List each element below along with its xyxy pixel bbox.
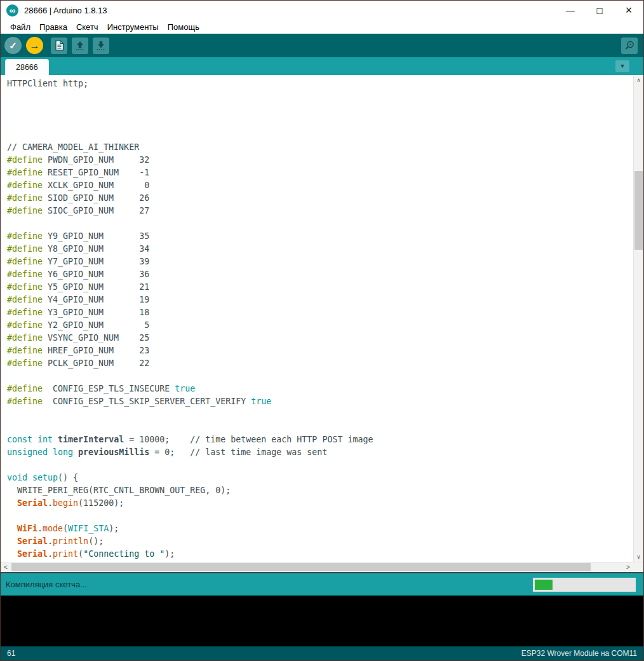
menu-item-Правка[interactable]: Правка [35, 21, 72, 33]
code-line[interactable] [7, 370, 633, 383]
code-line[interactable] [7, 408, 633, 421]
code-line[interactable]: // CAMERA_MODEL_AI_THINKER [7, 141, 633, 154]
horizontal-scrollbar[interactable]: < > [1, 562, 643, 572]
compile-progress-bar [533, 578, 636, 592]
code-line[interactable] [7, 217, 633, 230]
code-line[interactable]: #define Y8_GPIO_NUM 34 [7, 243, 633, 256]
board-port-info: ESP32 Wrover Module на COM11 [521, 649, 637, 658]
toolbar: ✓ → [1, 34, 643, 57]
new-sketch-button[interactable] [51, 37, 67, 54]
status-message: Компиляция скетча... [6, 580, 87, 589]
code-line[interactable]: #define CONFIG_ESP_TLS_SKIP_SERVER_CERT_… [7, 395, 633, 408]
code-line[interactable]: HTTPClient http; [7, 78, 633, 90]
title-bar: ∞ 28666 | Arduino 1.8.13 — □ × [1, 1, 643, 20]
vertical-scrollbar[interactable]: ∧ ∨ [633, 75, 643, 562]
save-button[interactable] [93, 37, 109, 54]
serial-monitor-button[interactable] [621, 37, 638, 54]
code-line[interactable]: WRITE_PERI_REG(RTC_CNTL_BROWN_OUT_REG, 0… [7, 484, 633, 497]
status-bar: Компиляция скетча... [1, 572, 643, 596]
right-arrow-icon: → [30, 40, 40, 51]
code-line[interactable] [7, 103, 633, 116]
editor: HTTPClient http;// CAMERA_MODEL_AI_THINK… [1, 75, 643, 562]
arduino-infinity-icon: ∞ [6, 4, 18, 17]
code-line[interactable] [7, 459, 633, 472]
code-line[interactable]: WiFi.mode(WIFI_STA); [7, 522, 633, 535]
magnifier-icon [624, 40, 635, 51]
code-line[interactable] [7, 90, 633, 103]
vertical-scroll-thumb[interactable] [634, 171, 643, 250]
code-area[interactable]: HTTPClient http;// CAMERA_MODEL_AI_THINK… [1, 75, 633, 562]
scroll-up-icon[interactable]: ∧ [634, 75, 643, 85]
code-line[interactable] [7, 421, 633, 433]
cursor-line-number: 61 [7, 649, 15, 658]
tab-label: 28666 [16, 63, 38, 72]
code-line[interactable] [7, 116, 633, 128]
code-line[interactable]: #define PWDN_GPIO_NUM 32 [7, 154, 633, 167]
check-icon: ✓ [9, 40, 17, 51]
code-line[interactable]: #define HREF_GPIO_NUM 23 [7, 344, 633, 357]
close-button[interactable]: × [614, 1, 643, 20]
arrow-down-icon [96, 41, 106, 51]
code-line[interactable]: #define SIOC_GPIO_NUM 27 [7, 205, 633, 217]
code-line[interactable]: #define RESET_GPIO_NUM -1 [7, 167, 633, 179]
code-line[interactable] [7, 510, 633, 522]
window-title: 28666 | Arduino 1.8.13 [24, 6, 107, 15]
open-button[interactable] [72, 37, 88, 54]
chevron-down-icon: ▼ [620, 63, 626, 69]
bottom-status-bar: 61 ESP32 Wrover Module на COM11 [1, 646, 643, 660]
code-line[interactable] [7, 128, 633, 141]
scroll-down-icon[interactable]: ∨ [634, 552, 643, 562]
code-line[interactable]: #define Y4_GPIO_NUM 19 [7, 294, 633, 306]
code-line[interactable]: #define PCLK_GPIO_NUM 22 [7, 357, 633, 370]
code-line[interactable]: Serial.print("Connecting to "); [7, 548, 633, 561]
code-line[interactable]: #define Y3_GPIO_NUM 18 [7, 306, 633, 319]
code-line[interactable]: void setup() { [7, 472, 633, 484]
code-line[interactable]: #define SIOD_GPIO_NUM 26 [7, 192, 633, 205]
verify-button[interactable]: ✓ [4, 37, 22, 54]
code-line[interactable]: Serial.println(); [7, 535, 633, 548]
menu-item-Помощь[interactable]: Помощь [163, 21, 204, 33]
maximize-button[interactable]: □ [585, 1, 614, 20]
menubar: ФайлПравкаСкетчИнструментыПомощь [1, 20, 643, 34]
code-line[interactable]: const int timerInterval = 10000; // time… [7, 433, 633, 446]
scroll-left-icon[interactable]: < [1, 562, 11, 572]
code-line[interactable]: #define Y6_GPIO_NUM 36 [7, 268, 633, 281]
code-line[interactable]: #define Y9_GPIO_NUM 35 [7, 230, 633, 243]
tab-bar: 28666 ▼ [1, 57, 643, 75]
window-controls: — □ × [556, 1, 643, 20]
code-line[interactable]: #define Y7_GPIO_NUM 39 [7, 256, 633, 268]
code-line[interactable]: unsigned long previousMillis = 0; // las… [7, 446, 633, 459]
code-line[interactable]: Serial.begin(115200); [7, 497, 633, 510]
menu-item-Скетч[interactable]: Скетч [72, 21, 103, 33]
code-line[interactable]: #define XCLK_GPIO_NUM 0 [7, 179, 633, 192]
code-line[interactable]: #define Y2_GPIO_NUM 5 [7, 319, 633, 332]
document-icon [55, 40, 64, 51]
arrow-up-icon [75, 41, 85, 51]
code-line[interactable]: #define Y5_GPIO_NUM 21 [7, 281, 633, 294]
menu-item-Файл[interactable]: Файл [6, 21, 35, 33]
upload-button[interactable]: → [26, 37, 43, 54]
tab-sketch[interactable]: 28666 [5, 59, 49, 75]
minimize-button[interactable]: — [556, 1, 585, 20]
scroll-right-icon[interactable]: > [623, 562, 633, 572]
code-line[interactable]: #define VSYNC_GPIO_NUM 25 [7, 332, 633, 344]
console-output [1, 596, 643, 646]
progress-fill [535, 580, 553, 590]
code-line[interactable]: #define CONFIG_ESP_TLS_INSECURE true [7, 383, 633, 395]
tab-menu-button[interactable]: ▼ [615, 60, 629, 72]
arduino-ide-window: ∞ 28666 | Arduino 1.8.13 — □ × ФайлПравк… [0, 0, 644, 661]
horizontal-scroll-thumb[interactable] [11, 563, 591, 571]
menu-item-Инструменты[interactable]: Инструменты [103, 21, 163, 33]
